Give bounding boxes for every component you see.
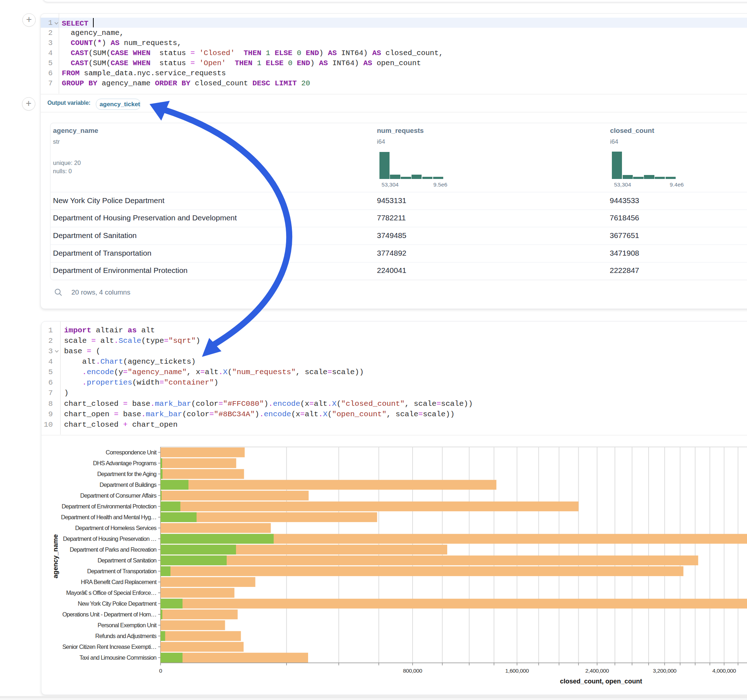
svg-text:Department of Parks and Recrea: Department of Parks and Recreation [70,546,156,553]
svg-text:Department of Homeless Service: Department of Homeless Services [75,525,156,531]
svg-text:Department of Health and Menta: Department of Health and Mental Hyg… [61,514,156,520]
svg-text:Refunds and Adjustments: Refunds and Adjustments [95,633,156,639]
svg-text:Taxi and Limousine Commission: Taxi and Limousine Commission [80,654,157,661]
svg-text:1,600,000: 1,600,000 [505,668,529,674]
svg-text:HRA Benefit Card Replacement: HRA Benefit Card Replacement [81,579,157,585]
svg-text:3,200,000: 3,200,000 [653,668,677,674]
svg-text:Mayorâ€ s Office of Special En: Mayorâ€ s Office of Special Enforce… [66,590,156,596]
svg-text:2,400,000: 2,400,000 [585,668,609,674]
svg-text:Senior Citizen Rent Increase E: Senior Citizen Rent Increase Exempti… [62,643,156,650]
svg-text:Department of Transportation: Department of Transportation [87,568,157,574]
svg-text:Department of Housing Preserva: Department of Housing Preservation … [63,536,156,542]
svg-text:Department of Buildings: Department of Buildings [100,481,156,488]
svg-text:800,000: 800,000 [403,668,422,674]
svg-text:4,000,000: 4,000,000 [712,668,736,674]
svg-text:Correspondence Unit: Correspondence Unit [106,449,157,456]
svg-text:Personal Exemption Unit: Personal Exemption Unit [98,622,157,628]
svg-text:New York City Police Departmen: New York City Police Department [78,600,157,607]
svg-text:Department for the Aging: Department for the Aging [97,471,157,477]
svg-text:agency_name: agency_name [51,534,59,578]
svg-text:Operations Unit - Department o: Operations Unit - Department of Hom… [62,611,156,617]
svg-text:0: 0 [159,668,162,674]
svg-text:DHS Advantage Programs: DHS Advantage Programs [93,460,156,466]
svg-text:closed_count, open_count: closed_count, open_count [560,678,642,685]
svg-text:Department of Environmental Pr: Department of Environmental Protection [62,503,157,510]
svg-text:Department of Sanitation: Department of Sanitation [98,557,157,564]
svg-text:Department of Consumer Affairs: Department of Consumer Affairs [80,492,157,499]
